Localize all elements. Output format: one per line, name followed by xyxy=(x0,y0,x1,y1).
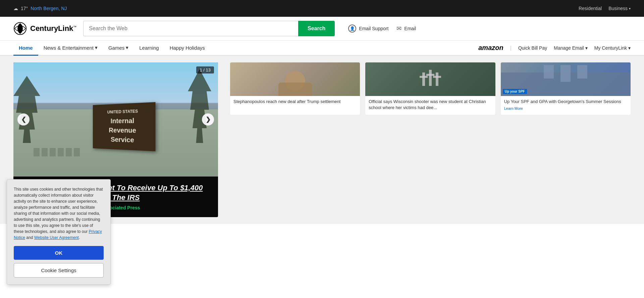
business-link[interactable]: Business ▾ xyxy=(608,6,631,11)
building-windows xyxy=(34,148,80,156)
nav-item-news-entertainment[interactable]: News & Entertainment ▾ xyxy=(38,41,103,56)
weather-location: ☁ 17° North Bergen, NJ xyxy=(13,6,67,11)
manage-email-chevron: ▾ xyxy=(585,45,588,51)
news-card-1-image xyxy=(230,62,360,96)
my-centurylink-link[interactable]: My CenturyLink ▾ xyxy=(594,45,631,51)
centurylink-logo-icon xyxy=(13,22,27,35)
user-agreement-link[interactable]: Website User Agreement xyxy=(34,235,79,240)
news-card-3-badge: Up your SPF xyxy=(503,89,527,94)
games-chevron: ▾ xyxy=(126,45,128,51)
cookie-text: This site uses cookies and other technol… xyxy=(14,186,104,241)
nav-item-games[interactable]: Games ▾ xyxy=(103,41,134,56)
carousel-prev-button[interactable]: ❮ xyxy=(17,113,30,126)
logo-text: CenturyLink™ xyxy=(30,24,76,33)
business-chevron: ▾ xyxy=(629,7,631,10)
envelope-icon: ✉ xyxy=(396,25,401,32)
nav-item-home[interactable]: Home xyxy=(13,41,38,56)
amazon-logo[interactable]: amazon xyxy=(478,44,503,52)
cookie-consent: This site uses cookies and other technol… xyxy=(7,179,111,285)
news-card-1[interactable]: Stephanopoulos reach new deal after Trum… xyxy=(230,62,360,115)
top-bar: ☁ 17° North Bergen, NJ Residential Busin… xyxy=(0,0,644,17)
email-support-link[interactable]: 👤 Email Support xyxy=(348,24,388,33)
manage-email-link[interactable]: Manage Email ▾ xyxy=(554,45,588,51)
weather-icon: ☁ xyxy=(13,6,18,11)
news-card-3-link[interactable]: Learn More xyxy=(504,106,523,111)
email-label: Email xyxy=(404,26,416,31)
cookie-settings-button[interactable]: Cookie Settings xyxy=(14,263,104,278)
quick-bill-pay-link[interactable]: Quick Bill Pay xyxy=(518,45,547,51)
top-bar-right: Residential Business ▾ xyxy=(579,6,631,11)
logo[interactable]: CenturyLink™ xyxy=(13,22,76,35)
nav-item-happy-holidays[interactable]: Happy Holidays xyxy=(164,41,210,56)
location-link[interactable]: North Bergen, NJ xyxy=(31,6,67,11)
carousel-counter: 1 / 13 xyxy=(196,66,214,73)
my-centurylink-chevron: ▾ xyxy=(628,45,631,51)
temperature: 17° xyxy=(21,6,28,11)
nav-item-learning[interactable]: Learning xyxy=(134,41,164,56)
news-card-1-text: Stephanopoulos reach new deal after Trum… xyxy=(230,96,360,108)
news-grid: Stephanopoulos reach new deal after Trum… xyxy=(230,62,631,217)
news-card-2-image xyxy=(365,62,495,96)
header: CenturyLink™ Search 👤 Email Support ✉ Em… xyxy=(0,17,644,41)
news-card-3-text: Up Your SPF and GPA with Georgetown's Su… xyxy=(501,96,631,115)
header-actions: 👤 Email Support ✉ Email xyxy=(348,24,416,33)
news-chevron: ▾ xyxy=(95,45,98,51)
email-support-label: Email Support xyxy=(359,26,388,31)
residential-link[interactable]: Residential xyxy=(579,6,602,11)
search-container: Search xyxy=(83,21,335,36)
irs-sign: UNITED STATES Internal Revenue Service xyxy=(93,102,156,151)
search-button[interactable]: Search xyxy=(298,21,335,36)
news-card-3-image: Up your SPF xyxy=(501,62,631,96)
news-card-3[interactable]: Up your SPF Up Your SPF and GPA with Geo… xyxy=(501,62,631,115)
main-nav: Home News & Entertainment ▾ Games ▾ Lear… xyxy=(0,41,644,56)
user-icon: 👤 xyxy=(348,24,356,33)
nav-right: amazon | Quick Bill Pay Manage Email ▾ M… xyxy=(478,44,631,52)
search-input[interactable] xyxy=(83,21,298,36)
news-card-2-text: Official says Wisconsin shooter was new … xyxy=(365,96,495,114)
cookie-ok-button[interactable]: OK xyxy=(14,246,104,260)
nav-left: Home News & Entertainment ▾ Games ▾ Lear… xyxy=(13,41,210,55)
email-link[interactable]: ✉ Email xyxy=(396,25,416,32)
carousel-next-button[interactable]: ❯ xyxy=(202,113,214,126)
hero-image: UNITED STATES Internal Revenue Service 1… xyxy=(13,62,218,177)
news-card-2[interactable]: Official says Wisconsin shooter was new … xyxy=(365,62,495,115)
